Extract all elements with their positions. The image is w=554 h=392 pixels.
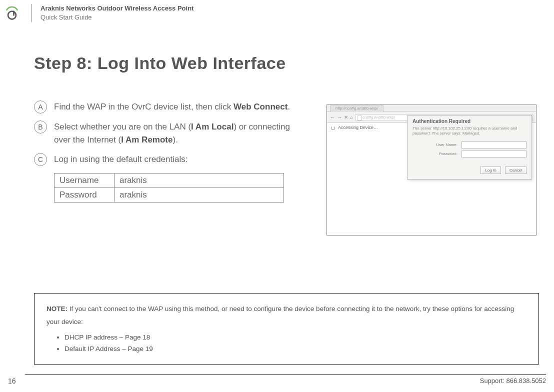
step-a-text: Find the WAP in the OvrC device list, th… [54, 100, 290, 114]
note-text: If you can't connect to the WAP using th… [46, 305, 514, 326]
note-box: NOTE: If you can't connect to the WAP us… [34, 293, 539, 364]
content-wrap: A Find the WAP in the OvrC device list, … [0, 73, 554, 236]
password-value-cell: araknis [114, 188, 284, 202]
credentials-table: Username araknis Password araknis [54, 173, 284, 202]
step-a-post: . [288, 102, 290, 112]
page-footer: 16 Support: 866.838.5052 [0, 374, 554, 385]
nav-forward-icon: → [337, 114, 342, 120]
cancel-button: Cancel [505, 166, 526, 174]
auth-dialog: Authentication Required The server http:… [407, 115, 532, 180]
step-b-seg1: Select whether you are on the LAN ( [54, 122, 191, 132]
page-header: Araknis Networks Outdoor Wireless Access… [0, 0, 554, 26]
username-value-cell: araknis [114, 174, 284, 188]
footer-rule [25, 374, 546, 375]
svg-point-0 [8, 11, 16, 19]
footer-row: 16 Support: 866.838.5052 [8, 377, 546, 385]
step-b-bold2: I Am Remote [121, 135, 172, 144]
step-marker-a: A [34, 100, 47, 114]
araknis-logo-icon [3, 6, 21, 20]
step-a-pre: Find the WAP in the OvrC device list, th… [54, 102, 234, 112]
auth-username-label: User Name: [428, 142, 458, 147]
step-b-text: Select whether you are on the LAN (I Am … [54, 120, 299, 146]
username-label-cell: Username [54, 174, 114, 188]
support-phone: Support: 866.838.5052 [480, 377, 546, 385]
nav-back-icon: ← [330, 114, 335, 120]
page-title: Step 8: Log Into Web Interface [0, 26, 554, 73]
note-paragraph: NOTE: If you can't connect to the WAP us… [46, 302, 528, 328]
auth-dialog-title: Authentication Required [412, 118, 526, 124]
note-bold: NOTE: [46, 305, 68, 312]
step-b-seg3: ). [172, 135, 178, 144]
page-loading-label: Accessing Device… [331, 125, 378, 130]
header-text-block: Araknis Networks Outdoor Wireless Access… [40, 4, 194, 22]
step-b: B Select whether you are on the LAN (I A… [34, 120, 299, 146]
auth-username-row: User Name: [412, 142, 526, 148]
screenshot-column: http://config.an300.wap/ ← → ✕ ⌂ config.… [326, 104, 536, 236]
nav-home-icon: ⌂ [350, 114, 353, 120]
header-divider [31, 4, 32, 22]
auth-dialog-message: The server http://10.102.25.11:80 requir… [412, 126, 526, 136]
auth-password-label: Password: [428, 152, 458, 156]
browser-tab: http://config.an300.wap/ [330, 105, 384, 112]
spinner-icon [331, 126, 335, 130]
doc-title: Araknis Networks Outdoor Wireless Access… [40, 4, 194, 13]
auth-password-row: Password: [412, 150, 526, 158]
login-button: Log In [480, 166, 500, 174]
loading-text: Accessing Device… [338, 125, 378, 130]
step-marker-c: C [34, 153, 47, 166]
list-item: DHCP IP address – Page 18 [64, 332, 528, 344]
step-c: C Log in using the default credentials: [34, 153, 299, 166]
auth-buttons: Log In Cancel [412, 164, 526, 174]
step-a: A Find the WAP in the OvrC device list, … [34, 100, 299, 114]
table-row: Username araknis [54, 174, 284, 188]
browser-screenshot: http://config.an300.wap/ ← → ✕ ⌂ config.… [326, 104, 536, 236]
step-marker-b: B [34, 120, 47, 134]
nav-reload-icon: ✕ [344, 114, 348, 120]
auth-username-input [462, 142, 526, 148]
page-number: 16 [8, 377, 16, 385]
brand-logo [2, 4, 22, 22]
steps-column: A Find the WAP in the OvrC device list, … [34, 100, 299, 236]
doc-subtitle: Quick Start Guide [40, 13, 194, 22]
list-item: Default IP Address – Page 19 [64, 344, 528, 355]
note-list: DHCP IP address – Page 18 Default IP Add… [46, 328, 528, 355]
password-label-cell: Password [54, 188, 114, 202]
table-row: Password araknis [54, 188, 284, 202]
step-a-bold: Web Connect [234, 102, 288, 112]
auth-password-input [462, 150, 526, 158]
step-c-text: Log in using the default credentials: [54, 153, 188, 166]
step-b-bold1: I Am Local [191, 122, 234, 132]
